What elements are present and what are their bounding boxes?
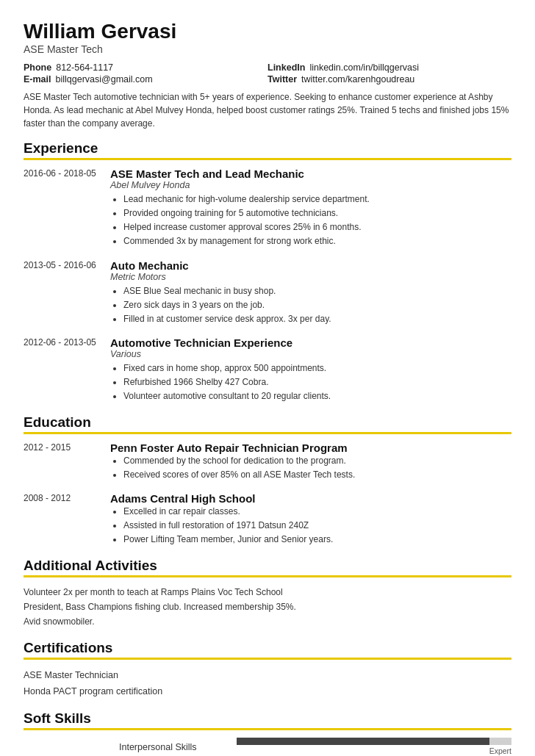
twitter-value: twitter.com/karenhgoudreau	[301, 74, 414, 84]
skill-bar-fill	[237, 738, 489, 745]
contact-grid: Phone 812-564-1117 LinkedIn linkedin.com…	[24, 62, 511, 84]
list-item: Provided ongoing training for 5 automoti…	[123, 206, 511, 220]
list-item: ASE Blue Seal mechanic in busy shop.	[123, 284, 511, 298]
activity-item: Avid snowmobiler.	[24, 614, 511, 629]
experience-section-header: Experience	[24, 140, 511, 160]
twitter-label: Twitter	[268, 74, 297, 84]
exp-company: Abel Mulvey Honda	[110, 180, 511, 190]
exp-company: Metric Motors	[110, 272, 511, 282]
cert-item: ASE Master Technician	[24, 667, 511, 684]
skill-bar-bg	[237, 738, 511, 745]
activity-item: Volunteer 2x per month to teach at Ramps…	[24, 585, 511, 600]
edu-bullets: Commended by the school for dedication t…	[110, 454, 511, 482]
edu-title: Penn Foster Auto Repair Technician Progr…	[110, 442, 511, 454]
education-section-header: Education	[24, 414, 511, 434]
exp-content: Automotive Technician ExperienceVariousF…	[110, 336, 511, 404]
exp-content: ASE Master Tech and Lead MechanicAbel Mu…	[110, 168, 511, 249]
exp-bullets: Fixed cars in home shop, approx 500 appo…	[110, 361, 511, 404]
exp-title: Automotive Technician Experience	[110, 336, 511, 349]
edu-title: Adams Central High School	[110, 492, 511, 505]
list-item: Commended by the school for dedication t…	[123, 454, 511, 468]
phone-row: Phone 812-564-1117	[24, 62, 268, 73]
candidate-title: ASE Master Tech	[24, 43, 511, 55]
skill-bar-container: Expert	[237, 738, 511, 755]
activities-section-header: Additional Activities	[24, 558, 511, 577]
exp-dates: 2016-06 - 2018-05	[24, 168, 110, 249]
soft-skill-row: Interpersonal SkillsExpert	[119, 738, 511, 755]
list-item: Fixed cars in home shop, approx 500 appo…	[123, 361, 511, 375]
edu-content: Penn Foster Auto Repair Technician Progr…	[110, 442, 511, 482]
exp-title: ASE Master Tech and Lead Mechanic	[110, 168, 511, 180]
skill-level-label: Expert	[237, 746, 511, 755]
list-item: Volunteer automotive consultant to 20 re…	[123, 389, 511, 403]
exp-dates: 2013-05 - 2016-06	[24, 259, 110, 327]
list-item: Lead mechanic for high-volume dealership…	[123, 192, 511, 206]
edu-content: Adams Central High SchoolExcelled in car…	[110, 492, 511, 547]
summary-text: ASE Master Tech automotive technician wi…	[24, 90, 511, 130]
edu-bullets: Excelled in car repair classes.Assisted …	[110, 505, 511, 547]
list-item: Assisted in full restoration of 1971 Dat…	[123, 519, 511, 533]
cert-item: Honda PACT program certification	[24, 683, 511, 700]
list-item: Commended 3x by management for strong wo…	[123, 234, 511, 248]
email-label: E-mail	[24, 74, 51, 84]
skill-name: Interpersonal Skills	[119, 741, 237, 752]
exp-title: Auto Mechanic	[110, 259, 511, 272]
candidate-name: William Gervasi	[24, 21, 511, 43]
soft-skills-list: Interpersonal SkillsExpertWork EthicExpe…	[24, 738, 511, 756]
exp-dates: 2012-06 - 2013-05	[24, 336, 110, 404]
certifications-list: ASE Master TechnicianHonda PACT program …	[24, 667, 511, 700]
linkedin-label: LinkedIn	[268, 62, 305, 73]
soft-skills-section-header: Soft Skills	[24, 710, 511, 730]
phone-value: 812-564-1117	[56, 62, 113, 73]
header: William Gervasi ASE Master Tech Phone 81…	[24, 21, 511, 130]
education-list: 2012 - 2015Penn Foster Auto Repair Techn…	[24, 442, 511, 547]
linkedin-row: LinkedIn linkedin.com/in/billqgervasi	[268, 62, 511, 73]
list-item: Power Lifting Team member, Junior and Se…	[123, 533, 511, 547]
list-item: Helped increase customer approval scores…	[123, 220, 511, 234]
list-item: Filled in at customer service desk appro…	[123, 312, 511, 326]
exp-company: Various	[110, 349, 511, 359]
activities-list: Volunteer 2x per month to teach at Ramps…	[24, 585, 511, 630]
list-item: Refurbished 1966 Shelby 427 Cobra.	[123, 375, 511, 389]
experience-item: 2016-06 - 2018-05ASE Master Tech and Lea…	[24, 168, 511, 249]
experience-item: 2012-06 - 2013-05Automotive Technician E…	[24, 336, 511, 404]
exp-bullets: ASE Blue Seal mechanic in busy shop.Zero…	[110, 284, 511, 327]
exp-content: Auto MechanicMetric MotorsASE Blue Seal …	[110, 259, 511, 327]
twitter-row: Twitter twitter.com/karenhgoudreau	[268, 74, 511, 84]
edu-dates: 2012 - 2015	[24, 442, 110, 482]
linkedin-value: linkedin.com/in/billqgervasi	[309, 62, 419, 73]
email-row: E-mail billqgervasi@gmail.com	[24, 74, 268, 84]
experience-item: 2013-05 - 2016-06Auto MechanicMetric Mot…	[24, 259, 511, 327]
certifications-section-header: Certifications	[24, 640, 511, 660]
experience-list: 2016-06 - 2018-05ASE Master Tech and Lea…	[24, 168, 511, 404]
edu-dates: 2008 - 2012	[24, 492, 110, 547]
resume-page: William Gervasi ASE Master Tech Phone 81…	[0, 0, 535, 756]
education-item: 2012 - 2015Penn Foster Auto Repair Techn…	[24, 442, 511, 482]
list-item: Received scores of over 85% on all ASE M…	[123, 468, 511, 482]
exp-bullets: Lead mechanic for high-volume dealership…	[110, 192, 511, 249]
education-item: 2008 - 2012Adams Central High SchoolExce…	[24, 492, 511, 547]
list-item: Zero sick days in 3 years on the job.	[123, 298, 511, 312]
list-item: Excelled in car repair classes.	[123, 505, 511, 519]
email-value: billqgervasi@gmail.com	[56, 74, 153, 84]
activity-item: President, Bass Champions fishing club. …	[24, 600, 511, 614]
phone-label: Phone	[24, 62, 51, 73]
